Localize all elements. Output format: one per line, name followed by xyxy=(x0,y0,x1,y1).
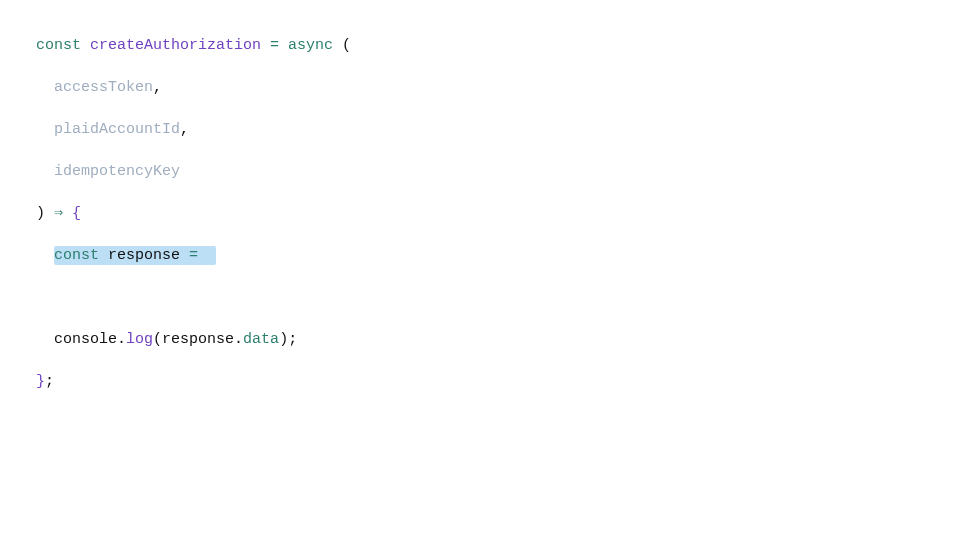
code-line: idempotencyKey xyxy=(36,161,924,182)
trailing-space xyxy=(198,247,216,264)
keyword-async: async xyxy=(288,37,333,54)
code-line: const response = xyxy=(36,245,924,266)
space xyxy=(99,247,108,264)
close-paren: ) xyxy=(36,205,45,222)
semicolon: ; xyxy=(45,373,54,390)
var-response: response xyxy=(162,331,234,348)
close-paren: ) xyxy=(279,331,288,348)
open-brace: { xyxy=(72,205,81,222)
operator-eq: = xyxy=(189,247,198,264)
code-line-blank xyxy=(36,287,924,308)
param-plaidaccountid: plaidAccountId xyxy=(54,121,180,138)
code-line: accessToken, xyxy=(36,77,924,98)
code-block: const createAuthorization = async ( acce… xyxy=(0,0,960,427)
method-log: log xyxy=(126,331,153,348)
comma: , xyxy=(180,121,189,138)
open-paren: ( xyxy=(153,331,162,348)
param-accesstoken: accessToken xyxy=(54,79,153,96)
code-line: console.log(response.data); xyxy=(36,329,924,350)
code-line: }; xyxy=(36,371,924,392)
open-paren: ( xyxy=(333,37,351,54)
code-line: const createAuthorization = async ( xyxy=(36,35,924,56)
param-idempotencykey: idempotencyKey xyxy=(54,163,180,180)
dot: . xyxy=(234,331,243,348)
keyword-const: const xyxy=(36,37,81,54)
arrow: ⇒ xyxy=(45,205,72,222)
operator-eq: = xyxy=(261,37,288,54)
code-line: plaidAccountId, xyxy=(36,119,924,140)
code-line: ) ⇒ { xyxy=(36,203,924,224)
semicolon: ; xyxy=(288,331,297,348)
console: console xyxy=(54,331,117,348)
var-response: response xyxy=(108,247,180,264)
dot: . xyxy=(117,331,126,348)
keyword-const: const xyxy=(54,247,99,264)
prop-data: data xyxy=(243,331,279,348)
close-brace: } xyxy=(36,373,45,390)
space xyxy=(180,247,189,264)
highlighted-region: const response = xyxy=(54,246,216,265)
function-name: createAuthorization xyxy=(90,37,261,54)
comma: , xyxy=(153,79,162,96)
